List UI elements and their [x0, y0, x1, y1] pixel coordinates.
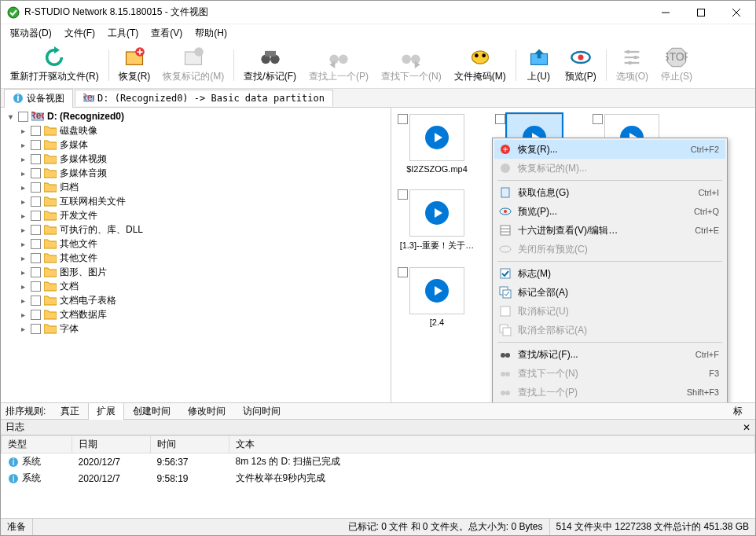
log-col-date[interactable]: 日期: [72, 436, 151, 453]
tree-item[interactable]: ▸图形、图片: [2, 265, 389, 279]
menu-tools[interactable]: 工具(T): [101, 25, 145, 42]
recover-button[interactable]: 恢复(R): [112, 45, 157, 85]
expand-icon[interactable]: ▸: [18, 310, 28, 319]
expand-icon[interactable]: ▸: [18, 169, 28, 178]
expand-icon[interactable]: ▸: [18, 226, 28, 234]
ctx-preview[interactable]: 预览(P)...Ctrl+Q: [494, 202, 725, 221]
ctx-hex-view[interactable]: 十六进制查看(V)/编辑…Ctrl+E: [494, 221, 725, 240]
tree-item[interactable]: ▸多媒体视频: [2, 152, 389, 166]
tree-item[interactable]: ▸多媒体音频: [2, 166, 389, 180]
tree-item[interactable]: ▸其他文件: [2, 237, 389, 251]
tree-root[interactable]: ▾ Rec D: (Recognized0): [2, 109, 389, 123]
checkbox[interactable]: [495, 114, 505, 124]
ctx-find-next[interactable]: 查找下一个(N)F3: [494, 364, 725, 383]
expand-icon[interactable]: ▸: [18, 240, 28, 248]
collapse-icon[interactable]: ▾: [6, 112, 15, 121]
tree-item[interactable]: ▸其他文件: [2, 251, 389, 265]
expand-icon[interactable]: ▸: [18, 211, 28, 220]
file-pane[interactable]: $I2ZSZOG.mp4[1.[1.3]--重要！关于…[2.[2.3]--掌握…: [391, 108, 755, 402]
log-col-text[interactable]: 文本: [229, 436, 755, 453]
checkbox[interactable]: [31, 196, 41, 207]
find-next-button[interactable]: 查找下一个(N): [375, 45, 448, 85]
ctx-close-previews[interactable]: 关闭所有预览(C): [494, 240, 725, 259]
tree-item[interactable]: ▸可执行的、库、DLL: [2, 222, 389, 237]
expand-icon[interactable]: ▸: [18, 325, 28, 333]
checkbox[interactable]: [31, 267, 41, 277]
tree-item[interactable]: ▸文档: [2, 279, 389, 293]
tree-item[interactable]: ▸开发文件: [2, 208, 389, 222]
up-button[interactable]: 上(U): [519, 45, 559, 85]
tree-item[interactable]: ▸文档电子表格: [2, 293, 389, 307]
checkbox[interactable]: [31, 126, 41, 136]
sort-ext[interactable]: 扩展: [88, 402, 124, 420]
log-row[interactable]: i系统2020/12/79:56:378m 12s 的 D: 扫描已完成: [2, 453, 755, 471]
expand-icon[interactable]: ▸: [18, 268, 28, 277]
sort-ctime[interactable]: 创建时间: [124, 402, 179, 420]
ctx-file-mask[interactable]: 文件掩码(M)...Ctrl+M: [494, 402, 725, 402]
tree-item[interactable]: ▸多媒体: [2, 138, 389, 152]
menu-file[interactable]: 文件(F): [58, 25, 101, 42]
ctx-recover-marked[interactable]: 恢复标记的(M)...: [494, 159, 725, 178]
minimize-button[interactable]: [648, 1, 683, 24]
file-mask-button[interactable]: 文件掩码(M): [448, 45, 512, 85]
file-item[interactable]: $I2ZSZOG.mp4: [398, 114, 476, 174]
checkbox[interactable]: [398, 114, 408, 124]
expand-icon[interactable]: ▸: [18, 127, 28, 135]
checkbox[interactable]: [31, 310, 41, 320]
log-close-button[interactable]: ✕: [743, 422, 750, 433]
tree-item[interactable]: ▸归档: [2, 180, 389, 194]
sort-real[interactable]: 真正: [52, 402, 88, 420]
checkbox[interactable]: [31, 211, 41, 221]
menu-drive[interactable]: 驱动器(D): [4, 25, 58, 42]
checkbox[interactable]: [31, 154, 41, 164]
checkbox[interactable]: [31, 324, 41, 334]
checkbox[interactable]: [31, 225, 41, 235]
checkbox[interactable]: [31, 253, 41, 263]
expand-icon[interactable]: ▸: [18, 282, 28, 291]
sort-right[interactable]: 标: [725, 403, 750, 420]
expand-icon[interactable]: ▸: [18, 183, 28, 192]
preview-button[interactable]: 预览(P): [559, 45, 603, 85]
tree-item[interactable]: ▸字体: [2, 321, 389, 336]
folder-tree[interactable]: ▾ Rec D: (Recognized0) ▸磁盘映像▸多媒体▸多媒体视频▸多…: [1, 108, 391, 402]
log-col-type[interactable]: 类型: [2, 436, 72, 453]
ctx-find-prev[interactable]: 查找上一个(P)Shift+F3: [494, 383, 725, 402]
file-item[interactable]: [1.3]--重要！关于…: [398, 189, 476, 251]
close-button[interactable]: [718, 1, 754, 24]
expand-icon[interactable]: ▸: [18, 197, 28, 206]
ctx-mark-all[interactable]: 标记全部(A): [494, 283, 725, 302]
file-item[interactable]: [2.4: [398, 267, 476, 327]
find-prev-button[interactable]: 查找上一个(P): [303, 45, 375, 85]
ctx-recover[interactable]: 恢复(R)...Ctrl+F2: [494, 140, 725, 159]
checkbox[interactable]: [18, 112, 28, 122]
ctx-unmark-all[interactable]: 取消全部标记(A): [494, 321, 725, 340]
log-row[interactable]: i系统2020/12/79:58:19文件枚举在9秒内完成: [2, 470, 755, 486]
checkbox[interactable]: [593, 114, 603, 124]
checkbox[interactable]: [398, 189, 408, 200]
tree-item[interactable]: ▸互联网相关文件: [2, 194, 389, 208]
expand-icon[interactable]: ▸: [18, 155, 28, 163]
recover-marked-button[interactable]: 恢复标记的(M): [156, 45, 230, 85]
device-view-tab[interactable]: i 设备视图: [4, 89, 73, 108]
sort-mtime[interactable]: 修改时间: [179, 402, 234, 420]
find-mark-button[interactable]: 查找/标记(F): [237, 45, 303, 85]
stop-button[interactable]: STOP停止(S): [655, 45, 699, 85]
checkbox[interactable]: [31, 239, 41, 249]
ctx-get-info[interactable]: 获取信息(G)Ctrl+I: [494, 183, 725, 202]
expand-icon[interactable]: ▸: [18, 296, 28, 305]
checkbox[interactable]: [31, 296, 41, 306]
tree-item[interactable]: ▸文档数据库: [2, 307, 389, 321]
maximize-button[interactable]: [683, 1, 718, 24]
ctx-find-mark[interactable]: 查找/标记(F)...Ctrl+F: [494, 345, 725, 364]
expand-icon[interactable]: ▸: [18, 254, 28, 262]
checkbox[interactable]: [31, 281, 41, 292]
tree-item[interactable]: ▸磁盘映像: [2, 123, 389, 138]
menu-help[interactable]: 帮助(H): [189, 25, 233, 42]
ctx-unmark[interactable]: 取消标记(U): [494, 302, 725, 321]
partition-tab[interactable]: Rec D: (Recognized0) -> Basic data parti…: [75, 90, 333, 106]
options-button[interactable]: 选项(O): [610, 45, 655, 85]
menu-view[interactable]: 查看(V): [145, 25, 189, 42]
checkbox[interactable]: [31, 168, 41, 178]
checkbox[interactable]: [31, 140, 41, 150]
ctx-mark[interactable]: 标志(M): [494, 264, 725, 283]
